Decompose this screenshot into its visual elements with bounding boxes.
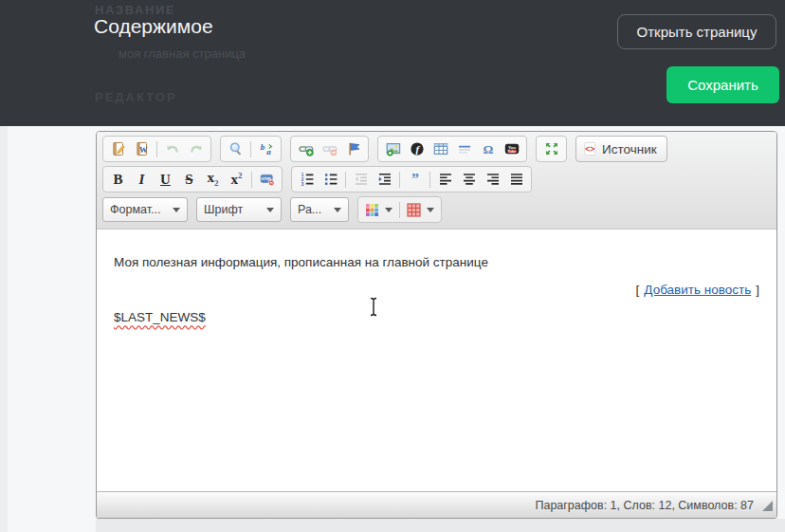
table-icon [433, 141, 448, 156]
text-color-button[interactable] [361, 198, 396, 221]
content-paragraph: Моя полезная информация, прописанная на … [114, 254, 759, 271]
svg-text:Ω: Ω [483, 142, 493, 156]
undo-icon [165, 141, 180, 156]
subscript-icon: x2 [208, 171, 219, 188]
redo-icon [189, 141, 204, 156]
source-button[interactable]: <> Источник [575, 136, 667, 162]
align-left-button[interactable] [433, 168, 457, 191]
outdent-button[interactable] [349, 168, 373, 191]
remove-link-icon [322, 141, 338, 156]
justify-button[interactable] [504, 168, 528, 191]
format-dropdown-label: Формат... [110, 203, 160, 216]
svg-text:W: W [139, 145, 148, 155]
insert-link-button[interactable] [294, 138, 318, 160]
replace-button[interactable]: ba [254, 138, 278, 160]
find-button[interactable] [224, 138, 247, 160]
editor-toolbar: W ba f [97, 132, 776, 229]
undo-button[interactable] [160, 138, 184, 160]
font-dropdown-label: Шрифт [204, 203, 243, 216]
underline-button[interactable]: U [154, 168, 177, 191]
italic-button[interactable]: I [130, 168, 154, 191]
special-character-icon: Ω [481, 141, 496, 156]
toolbar-row-3: Формат... Шрифт Ра... [102, 196, 771, 223]
strikethrough-icon: S [185, 173, 192, 187]
left-gutter [0, 126, 8, 532]
toolbar-separator [399, 172, 400, 188]
editor-content-area[interactable]: Моя полезная информация, прописанная на … [97, 229, 776, 491]
bulleted-list-icon [323, 172, 338, 187]
toolbar-row-2: B I U S x2 x2 HTML 123 ” [102, 166, 771, 193]
editor-section-label: РЕДАКТОР [95, 90, 177, 104]
maximize-icon [544, 141, 559, 156]
background-color-button[interactable] [403, 198, 438, 221]
align-center-button[interactable] [457, 168, 481, 191]
chevron-down-icon [427, 208, 434, 212]
size-dropdown-label: Ра... [298, 203, 321, 216]
size-dropdown[interactable]: Ра... [290, 197, 349, 222]
chevron-down-icon [334, 208, 341, 212]
flash-icon: f [410, 141, 425, 156]
paste-from-word-button[interactable]: W [130, 138, 154, 160]
insert-link-icon [299, 141, 314, 156]
format-dropdown[interactable]: Формат... [102, 197, 188, 222]
bulleted-list-button[interactable] [319, 168, 342, 191]
image-button[interactable] [381, 138, 405, 160]
anchor-icon [346, 141, 361, 156]
indent-icon [377, 172, 392, 187]
svg-text:b: b [260, 142, 265, 152]
remove-format-button[interactable]: HTML [255, 168, 279, 191]
template-variable-text: $LAST_NEWS$ [114, 309, 759, 326]
header: НАЗВАНИЕ Содержимое моя главная страница… [0, 0, 785, 126]
paste-from-word-icon: W [135, 141, 150, 156]
align-center-icon [462, 172, 477, 187]
blockquote-button[interactable]: ” [403, 168, 427, 191]
open-page-button[interactable]: Открыть страницу [617, 14, 776, 49]
toolbar-row-1: W ba f [102, 136, 771, 162]
bold-icon: B [113, 173, 122, 187]
svg-text:”: ” [411, 172, 419, 187]
svg-text:<>: <> [585, 144, 594, 154]
indent-button[interactable] [373, 168, 396, 191]
superscript-button[interactable]: x2 [225, 168, 248, 191]
underline-icon: U [160, 173, 171, 187]
special-character-button[interactable]: Ω [476, 138, 500, 160]
below-editor-strip [96, 519, 785, 532]
maximize-button[interactable] [539, 138, 563, 160]
toolbar-group-colors [357, 196, 442, 223]
source-icon: <> [582, 141, 597, 156]
outdent-icon [354, 172, 369, 187]
chevron-down-icon [173, 208, 180, 212]
wysiwyg-editor: W ba f [96, 131, 777, 519]
paste-text-button[interactable] [106, 138, 130, 160]
add-news-link[interactable]: Добавить новость [644, 283, 751, 297]
toolbar-separator [429, 172, 430, 188]
toolbar-group-basicstyles: B I U S x2 x2 HTML [102, 166, 283, 193]
paste-text-icon [111, 141, 126, 156]
numbered-list-button[interactable]: 123 [295, 168, 319, 191]
font-dropdown[interactable]: Шрифт [196, 197, 282, 222]
horizontal-rule-button[interactable] [452, 138, 476, 160]
toolbar-group-paragraph: 123 ” [291, 166, 532, 193]
toolbar-group-clipboard: W [102, 136, 211, 162]
bold-button[interactable]: B [106, 168, 130, 191]
resize-grip[interactable] [762, 501, 773, 511]
replace-icon: ba [259, 141, 274, 156]
toolbar-group-insert: f Ω YouTube [377, 136, 527, 162]
toolbar-group-links [290, 136, 369, 162]
remove-link-button[interactable] [318, 138, 341, 160]
redo-button[interactable] [184, 138, 208, 160]
toolbar-separator [250, 141, 251, 157]
remove-format-icon: HTML [260, 172, 275, 187]
table-button[interactable] [429, 138, 452, 160]
align-right-button[interactable] [481, 168, 504, 191]
save-button[interactable]: Сохранить [666, 66, 779, 103]
subscript-button[interactable]: x2 [201, 168, 225, 191]
italic-icon: I [139, 173, 145, 187]
flash-button[interactable]: f [405, 138, 429, 160]
anchor-button[interactable] [341, 138, 365, 160]
align-right-icon [485, 172, 501, 187]
text-color-icon [365, 203, 379, 217]
strikethrough-button[interactable]: S [177, 168, 201, 191]
youtube-button[interactable]: YouTube [500, 138, 523, 160]
toolbar-separator [251, 172, 252, 188]
